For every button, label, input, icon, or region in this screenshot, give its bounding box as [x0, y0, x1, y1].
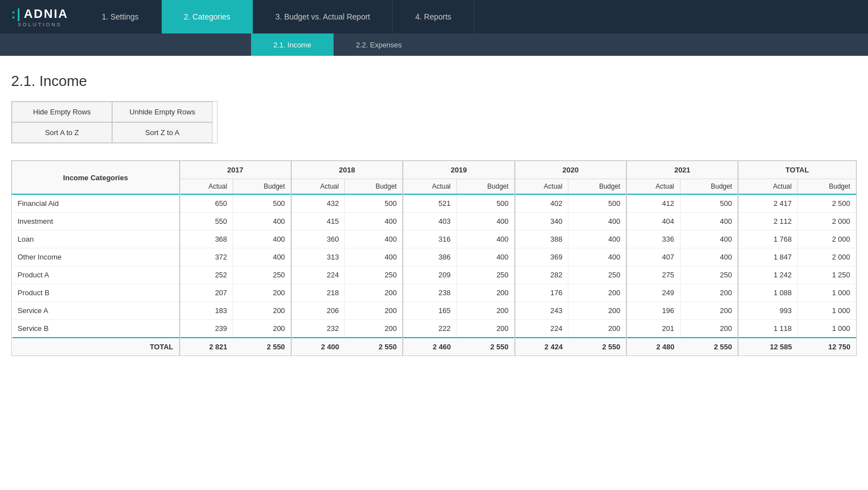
value-cell: 372 — [180, 248, 233, 266]
value-cell: 206 — [291, 302, 345, 320]
value-cell: 250 — [568, 266, 626, 284]
value-cell: 250 — [456, 266, 514, 284]
category-cell: Other Income — [12, 248, 180, 266]
value-cell: 200 — [345, 320, 403, 338]
value-cell: 200 — [456, 302, 514, 320]
nav-item-categories[interactable]: 2. Categories — [162, 0, 253, 33]
value-cell: 500 — [456, 194, 514, 213]
value-cell: 2 000 — [798, 248, 856, 266]
value-cell: 402 — [515, 194, 568, 213]
value-cell: 2 000 — [798, 230, 856, 248]
value-cell: 993 — [738, 302, 797, 320]
value-cell: 368 — [180, 230, 233, 248]
value-cell: 400 — [568, 230, 626, 248]
value-cell: 400 — [456, 230, 514, 248]
table-row: Investment550400415400403400340400404400… — [12, 213, 856, 230]
year-2021-header: 2021 — [626, 161, 738, 179]
value-cell: 336 — [626, 230, 680, 248]
logo-sub: SOLUTIONS — [18, 22, 62, 27]
value-cell: 313 — [291, 248, 345, 266]
value-cell: 282 — [515, 266, 568, 284]
value-cell: 250 — [680, 266, 738, 284]
value-cell: 500 — [345, 194, 403, 213]
category-cell: Service A — [12, 302, 180, 320]
value-cell: 200 — [456, 320, 514, 338]
totals-value-cell: 2 424 — [515, 338, 568, 356]
value-cell: 1 000 — [798, 284, 856, 302]
category-cell: Product B — [12, 284, 180, 302]
value-cell: 404 — [626, 213, 680, 230]
totals-value-cell: 2 400 — [291, 338, 345, 356]
totals-value-cell: 2 821 — [180, 338, 233, 356]
value-cell: 200 — [345, 284, 403, 302]
value-cell: 388 — [515, 230, 568, 248]
nav-item-settings[interactable]: 1. Settings — [79, 0, 161, 33]
value-cell: 176 — [515, 284, 568, 302]
sort-za-button[interactable]: Sort Z to A — [112, 122, 213, 143]
col-budget-2021: Budget — [680, 179, 738, 195]
header: :| ADNIA SOLUTIONS 1. Settings 2. Catego… — [0, 0, 868, 33]
value-cell: 316 — [403, 230, 456, 248]
value-cell: 183 — [180, 302, 233, 320]
value-cell: 1 250 — [798, 266, 856, 284]
content-area: 2.1. Income Hide Empty Rows Unhide Empty… — [0, 56, 868, 373]
category-column-header: Income Categories — [12, 161, 180, 195]
totals-value-cell: 12 750 — [798, 338, 856, 356]
value-cell: 400 — [568, 213, 626, 230]
value-cell: 400 — [233, 213, 291, 230]
value-cell: 232 — [291, 320, 345, 338]
col-actual-2017: Actual — [180, 179, 233, 195]
value-cell: 432 — [291, 194, 345, 213]
table-row: Product B2072002182002382001762002492001… — [12, 284, 856, 302]
value-cell: 238 — [403, 284, 456, 302]
value-cell: 500 — [568, 194, 626, 213]
totals-label: TOTAL — [12, 338, 180, 356]
value-cell: 224 — [291, 266, 345, 284]
value-cell: 2 417 — [738, 194, 797, 213]
category-cell: Financial Aid — [12, 194, 180, 213]
totals-value-cell: 2 480 — [626, 338, 680, 356]
value-cell: 201 — [626, 320, 680, 338]
totals-value-cell: 2 550 — [680, 338, 738, 356]
value-cell: 500 — [233, 194, 291, 213]
subnav-item-income[interactable]: 2.1. Income — [251, 33, 334, 56]
value-cell: 1 118 — [738, 320, 797, 338]
income-table-container: Income Categories 2017 2018 2019 2020 20… — [11, 160, 857, 356]
nav-item-reports[interactable]: 4. Reports — [393, 0, 474, 33]
value-cell: 400 — [345, 248, 403, 266]
totals-value-cell: 2 550 — [456, 338, 514, 356]
totals-value-cell: 2 460 — [403, 338, 456, 356]
value-cell: 400 — [680, 213, 738, 230]
value-cell: 222 — [403, 320, 456, 338]
value-cell: 200 — [233, 320, 291, 338]
col-budget-2019: Budget — [456, 179, 514, 195]
sort-az-button[interactable]: Sort A to Z — [12, 122, 112, 143]
unhide-empty-rows-button[interactable]: Unhide Empty Rows — [112, 102, 213, 122]
year-2018-header: 2018 — [291, 161, 403, 179]
category-cell: Investment — [12, 213, 180, 230]
totals-value-cell: 2 550 — [345, 338, 403, 356]
value-cell: 407 — [626, 248, 680, 266]
totals-value-cell: 12 585 — [738, 338, 797, 356]
value-cell: 200 — [680, 320, 738, 338]
value-cell: 400 — [233, 248, 291, 266]
table-body: Financial Aid650500432500521500402500412… — [12, 194, 856, 338]
value-cell: 340 — [515, 213, 568, 230]
logo-name: ADNIA — [24, 7, 69, 21]
value-cell: 400 — [233, 230, 291, 248]
nav-item-budget-report[interactable]: 3. Budget vs. Actual Report — [253, 0, 393, 33]
year-2019-header: 2019 — [403, 161, 514, 179]
hide-empty-rows-button[interactable]: Hide Empty Rows — [12, 102, 112, 122]
value-cell: 400 — [680, 248, 738, 266]
value-cell: 386 — [403, 248, 456, 266]
subnav-item-expenses[interactable]: 2.2. Expenses — [334, 33, 424, 56]
col-budget-2018: Budget — [345, 179, 403, 195]
filter-sort-buttons: Hide Empty Rows Unhide Empty Rows Sort A… — [11, 101, 218, 143]
value-cell: 200 — [680, 284, 738, 302]
table-row: Financial Aid650500432500521500402500412… — [12, 194, 856, 213]
value-cell: 400 — [345, 213, 403, 230]
value-cell: 1 847 — [738, 248, 797, 266]
income-table: Income Categories 2017 2018 2019 2020 20… — [12, 161, 856, 356]
value-cell: 1 242 — [738, 266, 797, 284]
value-cell: 200 — [233, 302, 291, 320]
